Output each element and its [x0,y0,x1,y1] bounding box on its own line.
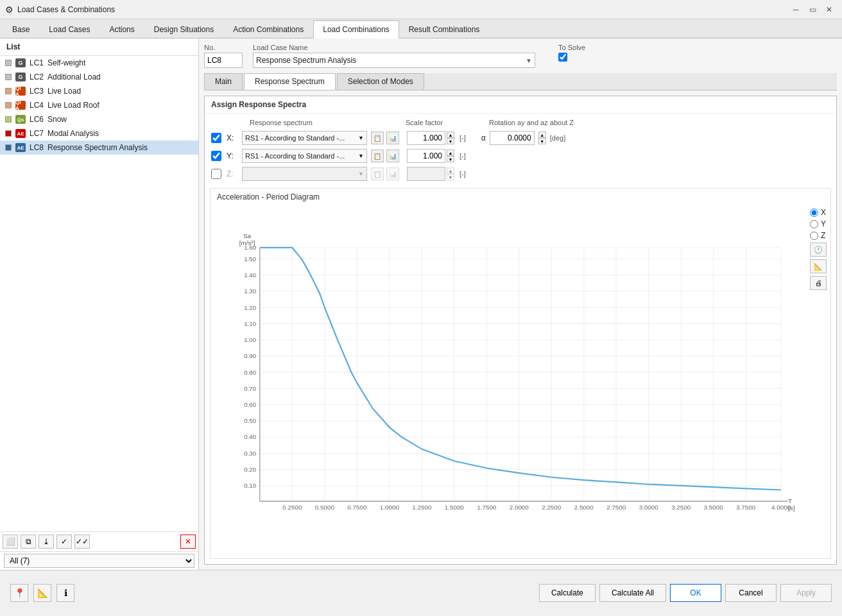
spectrum-x-view-button[interactable]: 📊 [386,132,399,144]
rotation-up[interactable]: ▲ [538,132,546,138]
spectrum-dropdown-y[interactable]: RS1 - According to Standard -... ▼ [242,149,367,163]
close-button[interactable]: ✕ [821,3,837,16]
tab-load-cases[interactable]: Load Cases [39,21,99,38]
list-item-selected[interactable]: AE LC8 Response Spectrum Analysis [0,141,198,155]
svg-text:1.40: 1.40 [244,271,257,278]
scale-input-z[interactable] [407,167,445,181]
tab-action-combinations[interactable]: Action Combinations [223,21,313,38]
spectrum-col-header: Response spectrum [250,119,375,126]
radio-z[interactable]: Z [810,231,827,240]
duplicate-button[interactable]: ⧉ [21,535,36,549]
item-name: Live Load Roof [47,101,99,110]
tab-content: Assign Response Spectra Response spectru… [204,96,837,565]
list-item[interactable]: QI A LC3 Live Load [0,84,198,98]
spectrum-y-value: RS1 - According to Standard -... [245,152,345,160]
list-item[interactable]: QI A LC4 Live Load Roof [0,98,198,112]
to-solve-group: To Solve [558,44,585,62]
check2-button[interactable]: ✓✓ [74,535,90,549]
radio-y-label: Y [821,219,826,228]
list-item[interactable]: Qs LC6 Snow [0,112,198,126]
scale-down-x[interactable]: ▼ [447,138,454,144]
list-item[interactable]: G LC2 Additional Load [0,70,198,84]
tab-selection-of-modes[interactable]: Selection of Modes [337,73,424,90]
spectrum-dropdown-x[interactable]: RS1 - According to Standard -... ▼ [242,131,367,145]
tab-main[interactable]: Main [204,73,243,90]
apply-button[interactable]: Apply [780,584,832,602]
scale-input-y[interactable] [407,149,445,163]
svg-text:0.10: 0.10 [244,482,257,489]
radio-y[interactable]: Y [810,219,827,228]
spectrum-z-view-button[interactable]: 📊 [386,167,399,180]
panel-tabs: Main Response Spectrum Selection of Mode… [204,73,837,90]
rotation-input[interactable] [490,131,535,145]
tool-button-3[interactable]: ℹ [56,584,74,602]
menu-tabs: Base Load Cases Actions Design Situation… [0,19,842,38]
minimize-button[interactable]: ─ [788,3,803,16]
chart-axis-button[interactable]: 📐 [810,259,827,273]
cancel-button[interactable]: Cancel [725,584,777,602]
name-label: Load Case Name [253,44,535,51]
no-input[interactable] [204,53,243,68]
scale-up-y[interactable]: ▲ [447,150,454,156]
radio-x-input[interactable] [810,209,818,217]
svg-text:1.20: 1.20 [244,304,257,311]
radio-z-label: Z [821,231,825,240]
ok-button[interactable]: OK [670,584,721,602]
chart-time-button[interactable]: 🕐 [810,243,827,257]
radio-x[interactable]: X [810,208,827,217]
tool-button-1[interactable]: 📍 [10,584,28,602]
radio-z-input[interactable] [810,232,818,240]
new-item-button[interactable]: ⬜ [3,535,18,549]
svg-text:0.90: 0.90 [244,352,257,359]
list-item[interactable]: AE LC7 Modal Analysis [0,126,198,141]
scale-up-x[interactable]: ▲ [447,132,454,138]
tab-actions[interactable]: Actions [99,21,144,38]
tab-load-combinations[interactable]: Load Combinations [313,21,399,38]
scale-input-x[interactable] [407,131,445,145]
radio-x-label: X [821,208,826,217]
calculate-button[interactable]: Calculate [539,584,596,602]
scale-link-z[interactable]: [-] [460,170,466,178]
spectrum-x-edit-button[interactable]: 📋 [371,132,384,144]
spectrum-dropdown-z: ▼ [242,167,367,181]
calculate-all-button[interactable]: Calculate All [599,584,666,602]
delete-button[interactable]: ✕ [180,535,196,549]
import-button[interactable]: ⤓ [39,535,54,549]
to-solve-checkbox[interactable] [558,53,567,62]
spectrum-y-edit-button[interactable]: 📋 [371,150,384,162]
scale-link-y[interactable]: [-] [460,152,466,160]
item-tag: QI A [15,101,26,110]
scale-link-x[interactable]: [-] [460,134,466,142]
rotation-down[interactable]: ▼ [538,138,546,144]
checkbox-y[interactable] [211,151,221,161]
checkbox-x[interactable] [211,133,221,143]
item-name: Live Load [47,87,81,96]
checkbox-z[interactable] [211,169,221,179]
filter-dropdown[interactable]: All (7) [4,554,194,568]
titlebar-controls: ─ ▭ ✕ [788,3,837,16]
radio-y-input[interactable] [810,220,818,228]
spectrum-z-edit-button[interactable]: 📋 [371,167,384,180]
restore-button[interactable]: ▭ [805,3,820,16]
item-tag: AE [15,143,26,152]
chart-print-button[interactable]: 🖨 [810,276,827,290]
item-id: LC3 [30,87,44,96]
tab-response-spectrum[interactable]: Response Spectrum [244,73,336,90]
svg-text:0.20: 0.20 [244,466,257,473]
svg-text:2.7500: 2.7500 [606,504,626,511]
svg-text:2.0000: 2.0000 [510,504,529,511]
item-swatch [5,130,12,137]
scale-up-z[interactable]: ▲ [447,167,454,174]
name-dropdown[interactable]: Response Spectrum Analysis ▼ [253,53,535,68]
tool-button-2[interactable]: 📐 [33,584,51,602]
scale-down-y[interactable]: ▼ [447,156,454,162]
tab-result-combinations[interactable]: Result Combinations [399,21,490,38]
check1-button[interactable]: ✓ [56,535,72,549]
list-item[interactable]: G LC1 Self-weight [0,56,198,70]
item-tag: Qs [15,115,26,124]
spectrum-y-view-button[interactable]: 📊 [386,150,399,162]
tab-design-situations[interactable]: Design Situations [144,21,223,38]
tab-base[interactable]: Base [3,21,39,38]
item-id: LC4 [30,101,44,110]
scale-down-z[interactable]: ▼ [447,174,454,180]
